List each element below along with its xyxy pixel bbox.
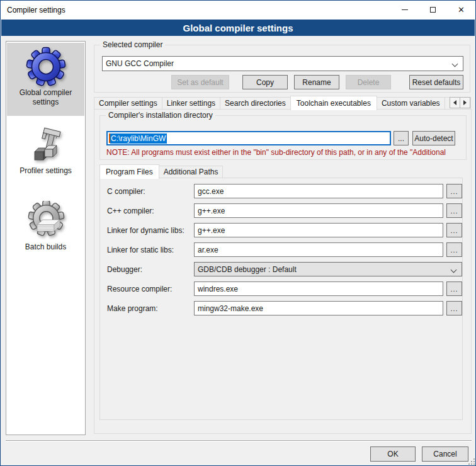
blue-gear-icon [7,47,84,87]
note-text: NOTE: All programs must exist either in … [106,148,463,157]
tab-custom-variables[interactable]: Custom variables [377,97,445,110]
field-value: mingw32-make.exe [198,304,263,313]
field-label: C++ compiler: [107,207,194,215]
sidebar-item-global-compiler-settings[interactable]: Global compiler settings [7,43,84,116]
sidebar-item-batch-builds[interactable]: Batch builds [7,201,84,256]
toolchain-executables-page: Compiler's installation directory C:\ray… [94,109,472,434]
gray-gear-papers-icon [7,201,84,241]
browse-button[interactable]: ... [446,223,462,237]
field-value: g++.exe [198,207,225,215]
auto-detect-button[interactable]: Auto-detect [412,131,455,145]
compiler-buttons: Set as default Copy Rename Delete Reset … [102,75,463,89]
group-legend: Compiler's installation directory [106,111,215,120]
delete-button: Delete [346,75,391,89]
field-label: Resource compiler: [107,285,194,293]
field-row-c-compiler: C compiler: gcc.exe ... [107,184,462,198]
settings-sidebar: Global compiler settings [6,41,86,435]
installation-directory-group: Compiler's installation directory C:\ray… [99,115,467,160]
resource-compiler-input[interactable]: windres.exe [194,281,443,296]
selected-path-text: C:\raylib\MinGW [110,134,167,144]
field-row-linker-dynamic: Linker for dynamic libs: g++.exe ... [107,223,462,237]
tab-linker-settings[interactable]: Linker settings [162,97,220,110]
browse-button[interactable]: ... [446,301,462,315]
tab-additional-paths[interactable]: Additional Paths [159,166,224,178]
compiler-select[interactable]: GNU GCC Compiler [102,56,463,71]
dialog-body: Global compiler settings [1,36,476,466]
tab-scroll-left-button[interactable] [450,97,460,108]
field-row-resource-compiler: Resource compiler: windres.exe ... [107,281,462,296]
sidebar-item-label: Batch builds [7,241,84,256]
arrow-left-icon [453,100,456,105]
tab-scroll-arrows [450,97,470,108]
sidebar-item-label: Profiler settings [7,165,84,179]
set-as-default-button: Set as default [171,75,229,89]
field-row-linker-static: Linker for static libs: ar.exe ... [107,242,462,257]
field-row-debugger: Debugger: GDB/CDB debugger : Default [107,262,462,276]
sidebar-item-label: Global compiler settings [7,87,84,111]
field-row-cpp-compiler: C++ compiler: g++.exe ... [107,203,462,218]
c-compiler-input[interactable]: gcc.exe [194,184,443,198]
sidebar-item-profiler-settings[interactable]: Profiler settings [7,125,84,179]
debugger-select[interactable]: GDB/CDB debugger : Default [194,262,462,276]
maximize-button[interactable] [419,1,447,19]
footer-divider [6,440,472,441]
field-value: windres.exe [198,285,238,293]
selected-compiler-group: Selected compiler GNU GCC Compiler Set a… [94,45,470,93]
field-value: ar.exe [198,246,218,254]
field-label: Make program: [107,304,194,313]
tab-scroll-right-button[interactable] [460,97,470,108]
arrow-right-icon [463,100,467,105]
minimize-button[interactable] [390,1,419,19]
browse-button[interactable]: ... [446,242,462,257]
reset-defaults-button[interactable]: Reset defaults [409,75,463,89]
rename-button[interactable]: Rename [294,75,339,89]
make-program-input[interactable]: mingw32-make.exe [194,301,443,315]
compiler-settings-window: Compiler settings ✕ Global compiler sett… [0,0,476,466]
page-title: Global compiler settings [183,23,293,33]
tab-search-directories[interactable]: Search directories [220,97,291,110]
browse-button[interactable]: ... [446,203,462,218]
maximize-icon [430,7,436,13]
field-value: GDB/CDB debugger : Default [198,265,297,274]
ok-button[interactable]: OK [370,446,416,462]
tab-toolchain-executables[interactable]: Toolchain executables [290,96,377,110]
program-files-panel: C compiler: gcc.exe ... C++ compiler: g+… [99,178,463,420]
group-legend: Selected compiler [100,40,165,49]
installation-directory-input[interactable]: C:\raylib\MinGW [106,131,391,145]
tab-program-files[interactable]: Program Files [99,164,159,179]
caliper-cubes-icon [7,125,84,165]
copy-button[interactable]: Copy [242,75,288,89]
titlebar: Compiler settings ✕ [1,1,475,20]
field-label: Linker for dynamic libs: [107,226,194,235]
resize-grip[interactable] [467,457,475,465]
field-label: Linker for static libs: [107,246,194,254]
browse-button[interactable]: ... [446,281,462,296]
window-title: Compiler settings [1,6,65,14]
settings-tabstrip: Compiler settings Linker settings Search… [94,95,472,110]
browse-button[interactable]: ... [446,184,462,198]
chevron-down-icon [452,61,458,67]
page-banner: Global compiler settings [1,20,475,36]
close-button[interactable]: ✕ [447,1,475,19]
field-label: Debugger: [107,265,194,274]
field-value: gcc.exe [198,187,224,196]
tab-compiler-settings[interactable]: Compiler settings [94,97,162,110]
field-label: C compiler: [107,187,194,196]
field-row-make-program: Make program: mingw32-make.exe ... [107,301,462,315]
program-tabstrip: Program Files Additional Paths [99,164,222,178]
field-value: g++.exe [198,226,225,235]
window-controls: ✕ [390,1,475,20]
cancel-button[interactable]: Cancel [422,446,468,462]
linker-dynamic-input[interactable]: g++.exe [194,223,443,237]
linker-static-input[interactable]: ar.exe [194,242,443,257]
compiler-select-value: GNU GCC Compiler [106,59,174,68]
cpp-compiler-input[interactable]: g++.exe [194,203,443,218]
chevron-down-icon [451,267,457,273]
close-icon: ✕ [458,6,465,14]
browse-directory-button[interactable]: ... [394,131,409,145]
minimize-icon [402,9,408,10]
